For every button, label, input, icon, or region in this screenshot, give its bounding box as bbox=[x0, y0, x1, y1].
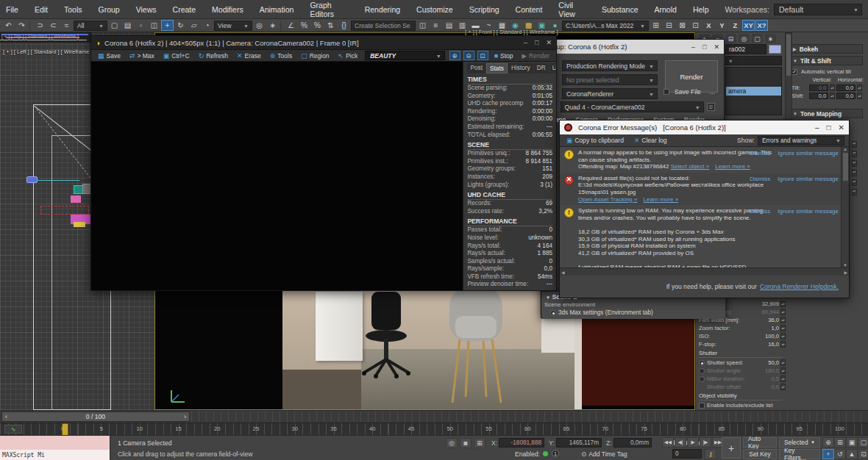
selection-filter-dropdown[interactable]: All▼ bbox=[74, 21, 107, 31]
menu-help[interactable]: Help bbox=[693, 5, 709, 14]
spinner[interactable]: ▴▾ bbox=[852, 141, 857, 148]
object-color-swatch[interactable] bbox=[769, 45, 781, 54]
transform-type-in-icon[interactable]: ⊞ bbox=[474, 438, 485, 448]
previous-frame-arrow-icon[interactable]: ‹ bbox=[5, 413, 7, 420]
spinner[interactable]: ▴▾ bbox=[780, 325, 786, 331]
selection-set-dropdown[interactable]: Selected▼ bbox=[779, 437, 820, 448]
shift-horizontal-field[interactable]: 0,0 bbox=[836, 93, 855, 99]
save-file-checkbox[interactable] bbox=[664, 89, 669, 95]
zoom-icon[interactable]: ⊕ bbox=[822, 437, 834, 448]
reference-coordinate-dropdown[interactable]: View▼ bbox=[214, 21, 252, 31]
percent-snap-icon[interactable]: % bbox=[311, 20, 324, 31]
message-link[interactable]: Select object » bbox=[671, 163, 709, 170]
menu-rendering[interactable]: Rendering bbox=[365, 5, 400, 14]
current-frame-field[interactable]: 0 bbox=[672, 449, 702, 459]
error-list-hscrollbar[interactable]: ◀▶ bbox=[560, 267, 849, 276]
undo-icon[interactable]: ↶ bbox=[2, 20, 15, 31]
tilt-horizontal-field[interactable]: 0,0 bbox=[836, 85, 855, 91]
mirror-icon[interactable]: ◫ bbox=[416, 20, 429, 31]
viewport-front-label[interactable]: [ + ] [ Front ] [ Standard ] [ Wireframe… bbox=[465, 29, 558, 35]
go-to-start-button[interactable]: ◀◀ bbox=[662, 437, 674, 448]
time-slider[interactable]: ‹ 0 / 100 › bbox=[1, 412, 190, 422]
select-and-move-icon[interactable]: + bbox=[161, 20, 174, 31]
render-button[interactable]: ▶Render bbox=[519, 51, 553, 60]
select-and-place-icon[interactable]: ◔ bbox=[201, 20, 213, 31]
spinner[interactable]: ▴▾ bbox=[852, 179, 857, 186]
channel-dropdown[interactable]: BEAUTY▼ bbox=[365, 51, 444, 60]
play-button[interactable]: ▶ bbox=[687, 437, 699, 448]
restrict-y-button[interactable]: Y bbox=[716, 20, 728, 31]
menu-animation[interactable]: Animation bbox=[260, 5, 294, 14]
add-time-tag[interactable]: ⊙Add Time Tag bbox=[581, 450, 627, 458]
menu-create[interactable]: Create bbox=[173, 5, 196, 14]
view-to-render-dropdown[interactable]: Quad 4 - CoronaCamera002▼ bbox=[561, 101, 704, 112]
next-frame-arrow-icon[interactable]: › bbox=[184, 413, 186, 420]
save-file-browse-button[interactable]: ... bbox=[710, 88, 715, 96]
send-to-max-button[interactable]: ⇄> Max bbox=[126, 51, 158, 60]
vfb-tab-stats[interactable]: Stats bbox=[486, 63, 508, 73]
menu-substance[interactable]: Substance bbox=[602, 5, 638, 14]
minimize-icon[interactable]: – bbox=[815, 123, 819, 132]
close-icon[interactable]: ✕ bbox=[714, 43, 719, 51]
radio-button[interactable] bbox=[699, 360, 705, 366]
refresh-button[interactable]: ↻Refresh bbox=[195, 51, 232, 60]
vfb-tab-lightmix[interactable]: LightMix bbox=[549, 63, 556, 73]
tilt-vertical-field[interactable]: 0,0 bbox=[809, 85, 828, 91]
isolate-selection-icon[interactable]: ◎ bbox=[446, 438, 458, 448]
menu-content[interactable]: Content bbox=[516, 5, 543, 14]
viewport-top-label[interactable]: [ + ] [ Top ] [ Standard ] [ Wireframe ] bbox=[1, 34, 79, 39]
rollout-tilt-shift[interactable]: ▼Tilt & Shift bbox=[789, 56, 863, 65]
close-icon[interactable]: ✕ bbox=[546, 39, 552, 46]
mini-curve-editor-icon[interactable]: ∿ bbox=[4, 425, 22, 434]
tools-button[interactable]: ⊛Tools bbox=[266, 51, 296, 60]
message-link[interactable]: Learn more » bbox=[715, 163, 750, 170]
bind-to-space-warp-icon[interactable]: ≈ bbox=[60, 20, 73, 31]
spinner[interactable]: ▴▾ bbox=[780, 301, 786, 307]
spinner[interactable]: ▴▾ bbox=[830, 85, 835, 91]
modifier-stack-list[interactable]: amera bbox=[725, 67, 782, 115]
zoom-all-icon[interactable]: ⊞ bbox=[834, 437, 846, 448]
dismiss-link[interactable]: Dismiss bbox=[750, 176, 770, 183]
maximize-icon[interactable]: □ bbox=[702, 43, 706, 51]
spinner[interactable]: ▴▾ bbox=[852, 160, 857, 167]
align-icon[interactable]: ≡ bbox=[430, 20, 442, 31]
zoom-in-button[interactable]: ⊕ bbox=[449, 51, 460, 60]
vfb-tab-post[interactable]: Post bbox=[467, 63, 485, 73]
vfb-title-bar[interactable]: ◑ Corona 6 (Hotfix 2) | 404×505px (1:1) … bbox=[91, 36, 556, 49]
spinner[interactable]: ▴▾ bbox=[780, 359, 786, 366]
set-keys-button[interactable]: + bbox=[722, 437, 741, 459]
dismiss-link[interactable]: Dismiss bbox=[750, 208, 770, 215]
env-3dsmax-radio[interactable] bbox=[550, 310, 556, 316]
z-coordinate-field[interactable]: 0,0mm bbox=[613, 438, 652, 448]
select-and-link-icon[interactable]: ⊃ bbox=[34, 20, 46, 31]
spinner[interactable]: ▴▾ bbox=[830, 93, 835, 99]
radio-button[interactable] bbox=[699, 368, 705, 374]
workspaces-dropdown[interactable]: Default▼ bbox=[774, 4, 862, 15]
walkthrough-icon[interactable]: ▲ bbox=[846, 449, 858, 459]
zoom-region-icon[interactable]: ▢ bbox=[858, 437, 868, 448]
zoom-fit-button[interactable]: ⊡ bbox=[477, 51, 488, 60]
angle-snap-icon[interactable]: % bbox=[298, 20, 310, 31]
pan-icon[interactable]: + bbox=[822, 449, 834, 459]
track-bar[interactable] bbox=[191, 412, 868, 422]
render-setup-title-bar[interactable]: Setup: Corona 6 (Hotfix 2) –□✕ bbox=[541, 40, 724, 54]
maximize-icon[interactable]: □ bbox=[535, 39, 538, 46]
ignore-similar-message-link[interactable]: Ignore similar message bbox=[778, 176, 839, 183]
menu-file[interactable]: File bbox=[6, 5, 18, 14]
viewport-left-label[interactable]: [ + ] [ Left ] [ Standard ] [ Wireframe … bbox=[3, 48, 93, 55]
timeline-ruler[interactable]: ∿ 05101520253035404550556065707580859095… bbox=[0, 423, 868, 435]
use-pivot-center-icon[interactable]: ◎ bbox=[253, 20, 266, 31]
error-dialog-title-bar[interactable]: Corona Error Message(s) [Corona 6 (Hotfi… bbox=[560, 121, 849, 134]
radio-button[interactable] bbox=[699, 376, 705, 382]
modifier-list-dropdown[interactable]: ▾ bbox=[725, 56, 782, 65]
preset-dropdown[interactable]: No preset selected▼ bbox=[562, 74, 658, 85]
ignore-similar-message-link[interactable]: Ignore similar message bbox=[778, 150, 839, 157]
menu-edit[interactable]: Edit bbox=[35, 5, 48, 14]
hierarchy-tab-icon[interactable]: ⊟ bbox=[725, 34, 736, 43]
restrict-xy-plane-button[interactable]: X? bbox=[755, 20, 768, 31]
restrict-z-button[interactable]: Z bbox=[729, 20, 741, 31]
named-selection-field[interactable]: Create Selection Se bbox=[351, 21, 416, 31]
viewport-top-sliver[interactable]: [ + ] [ Top ] [ Standard ] [ Wireframe ] bbox=[0, 32, 92, 43]
maximize-icon[interactable]: □ bbox=[827, 123, 831, 132]
create-container-icon[interactable]: ⊞ bbox=[650, 20, 662, 31]
